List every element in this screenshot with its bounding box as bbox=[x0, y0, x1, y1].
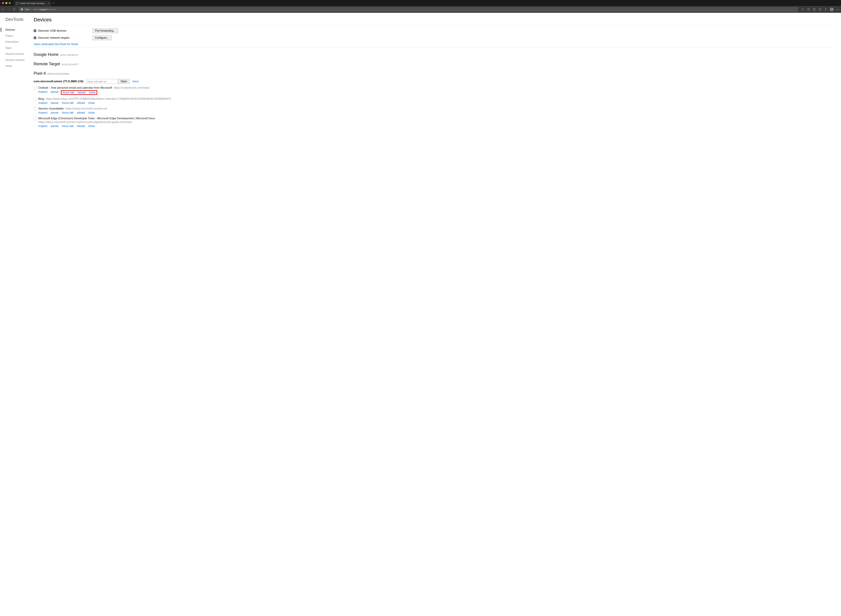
sidebar-item-service-workers[interactable]: Service workers bbox=[5, 57, 34, 63]
titlebar: Inspect with Edge Developer T × + bbox=[0, 0, 841, 6]
action-pause[interactable]: pause bbox=[51, 90, 59, 95]
address-post: /#devices bbox=[47, 8, 56, 11]
sidebar: DevTools DevicesPagesExtensionsAppsShare… bbox=[0, 13, 34, 616]
device-section-header: Google Home#192.168.86.63 bbox=[34, 52, 834, 57]
browser-tab[interactable]: Inspect with Edge Developer T × bbox=[14, 1, 51, 6]
inspect-target: Microsoft Edge (Chromium) Developer Tool… bbox=[34, 117, 834, 128]
action-inspect[interactable]: inspect bbox=[38, 111, 47, 114]
sidebar-item-extensions[interactable]: Extensions bbox=[5, 39, 34, 45]
address-pre: edge:// bbox=[33, 8, 40, 11]
action-inspect[interactable]: inspect bbox=[38, 90, 47, 95]
action-pause[interactable]: pause bbox=[51, 125, 59, 128]
action-close[interactable]: close bbox=[89, 91, 95, 94]
device-id: #192.168.86.63 bbox=[60, 53, 78, 56]
person-icon[interactable] bbox=[824, 8, 827, 11]
open-tab-button[interactable]: Open bbox=[118, 79, 130, 84]
target-title: Service Unavailable bbox=[38, 107, 64, 110]
target-url: https://outlook.live.com/owa/ bbox=[114, 86, 149, 89]
target-actions: inspectpausefocus tabreloadclose bbox=[38, 101, 834, 105]
trace-link[interactable]: trace bbox=[132, 80, 139, 83]
target-title: Microsoft Edge (Chromium) Developer Tool… bbox=[38, 117, 155, 120]
window-controls bbox=[2, 2, 11, 4]
option-row: Discover network targetsConfigure... bbox=[34, 35, 834, 40]
sidebar-item-other[interactable]: Other bbox=[5, 63, 34, 69]
target-title: Outlook – free personal email and calend… bbox=[38, 86, 112, 89]
target-url: https://docs.microsoft.com/en-us/microso… bbox=[38, 120, 834, 124]
action-reload[interactable]: reload bbox=[77, 101, 85, 105]
option-checkbox[interactable] bbox=[34, 37, 36, 39]
new-tab-button[interactable]: + bbox=[53, 1, 55, 5]
action-close[interactable]: close bbox=[88, 101, 95, 105]
back-icon[interactable] bbox=[2, 8, 5, 11]
action-reload[interactable]: reload bbox=[77, 125, 85, 128]
action-inspect[interactable]: inspect bbox=[38, 125, 47, 128]
profile-avatar[interactable] bbox=[830, 7, 834, 11]
target-checkbox[interactable] bbox=[34, 87, 37, 89]
star-icon[interactable] bbox=[807, 8, 810, 11]
action-focus_tab[interactable]: focus tab bbox=[62, 101, 73, 105]
refresh-icon[interactable] bbox=[12, 8, 16, 11]
address-bar[interactable]: Edge edge://inspect/#devices bbox=[19, 7, 798, 12]
device-section-header: Pixel 4#99231FFAZ0080K bbox=[34, 71, 834, 76]
window-maximize-button[interactable] bbox=[9, 2, 11, 4]
action-focus_tab[interactable]: focus tab bbox=[62, 125, 73, 128]
page-title: Devices bbox=[34, 17, 834, 22]
edge-label: Edge bbox=[25, 8, 29, 10]
tab-close-icon[interactable]: × bbox=[48, 2, 50, 5]
sidebar-item-apps[interactable]: Apps bbox=[5, 45, 34, 51]
main-content: Devices Discover USB devicesPort forward… bbox=[34, 13, 841, 616]
svg-point-1 bbox=[802, 9, 804, 10]
target-checkbox[interactable] bbox=[34, 107, 37, 110]
action-pause[interactable]: pause bbox=[51, 111, 59, 114]
option-button[interactable]: Port forwarding... bbox=[92, 28, 118, 33]
sidebar-item-devices[interactable]: Devices bbox=[5, 27, 34, 33]
option-checkbox[interactable] bbox=[34, 29, 36, 32]
collections-icon[interactable] bbox=[819, 8, 822, 11]
favorites-icon[interactable] bbox=[813, 8, 816, 11]
svg-point-3 bbox=[825, 9, 826, 9]
action-inspect[interactable]: inspect bbox=[38, 101, 47, 105]
option-button[interactable]: Configure... bbox=[92, 35, 111, 40]
action-reload[interactable]: reload bbox=[78, 91, 85, 94]
device-name: Pixel 4 bbox=[34, 71, 46, 76]
search-icon[interactable] bbox=[801, 8, 804, 11]
window-minimize-button[interactable] bbox=[5, 2, 7, 4]
action-focus_tab[interactable]: focus tab bbox=[63, 91, 74, 94]
action-close[interactable]: close bbox=[88, 125, 95, 128]
option-label: Discover network targets bbox=[38, 36, 69, 40]
sidebar-title: DevTools bbox=[5, 17, 34, 22]
browser-header: com.microsoft.emmx (77.0.3865.116) Open … bbox=[34, 79, 834, 84]
open-tab-url-input[interactable] bbox=[86, 79, 118, 84]
device-name: Google Home bbox=[34, 52, 59, 57]
svg-point-5 bbox=[837, 9, 837, 10]
action-close[interactable]: close bbox=[88, 111, 95, 114]
inspect-target: Service Unavailablehttps://www.microsoft… bbox=[34, 107, 834, 114]
action-reload[interactable]: reload bbox=[77, 111, 85, 114]
target-actions: inspectpausefocus tabreloadclose bbox=[38, 90, 834, 95]
action-focus_tab[interactable]: focus tab bbox=[62, 111, 73, 114]
sidebar-item-shared-workers[interactable]: Shared workers bbox=[5, 51, 34, 57]
target-checkbox[interactable] bbox=[34, 98, 37, 101]
device-name: Remote Target bbox=[34, 62, 60, 66]
svg-point-6 bbox=[838, 9, 838, 10]
sidebar-item-pages[interactable]: Pages bbox=[5, 33, 34, 39]
address-text: edge://inspect/#devices bbox=[33, 8, 56, 11]
open-node-devtools-link[interactable]: Open dedicated DevTools for Node bbox=[34, 43, 78, 46]
forward-icon[interactable] bbox=[7, 8, 10, 11]
target-actions: inspectpausefocus tabreloadclose bbox=[38, 111, 834, 114]
inspect-target: Outlook – free personal email and calend… bbox=[34, 86, 834, 95]
device-id: #LOCALHOST bbox=[62, 63, 78, 66]
option-row: Discover USB devicesPort forwarding... bbox=[34, 28, 834, 33]
option-label: Discover USB devices bbox=[38, 29, 66, 32]
more-icon[interactable] bbox=[836, 8, 839, 11]
action-pause[interactable]: pause bbox=[51, 101, 59, 105]
svg-point-7 bbox=[838, 9, 839, 10]
window-close-button[interactable] bbox=[2, 2, 4, 4]
address-highlight: inspect bbox=[40, 8, 47, 11]
target-checkbox[interactable] bbox=[34, 117, 37, 120]
target-url: https://www.bing.com/?PC=EMMX20&toWww=1&… bbox=[46, 97, 171, 101]
edge-logo-icon bbox=[21, 8, 23, 11]
browser-name: com.microsoft.emmx (77.0.3865.116) bbox=[34, 80, 84, 83]
target-actions: inspectpausefocus tabreloadclose bbox=[38, 125, 834, 128]
browser-toolbar: Edge edge://inspect/#devices bbox=[0, 6, 841, 13]
